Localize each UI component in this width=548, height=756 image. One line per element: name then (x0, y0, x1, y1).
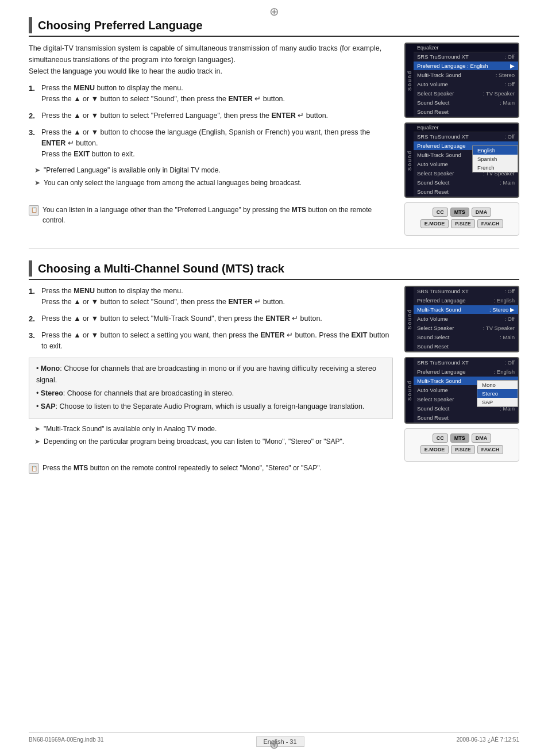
crosshair-top-icon: ⊕ (269, 5, 279, 18)
menu3-item-preferred: Preferred Language : English (414, 296, 518, 305)
accent-bar2 (29, 260, 32, 277)
menu3-item-soundsel: Sound Select : Main (414, 333, 518, 342)
menu3-srs-label: SRS TruSurround XT (417, 288, 469, 294)
section2-text-col: 1. Press the MENU button to display the … (29, 286, 393, 477)
section2-ui-col: Sound SRS TruSurround XT : Off Preferred… (404, 286, 519, 477)
section-divider (29, 248, 519, 249)
remote1: CC MTS DMA E.MODE P.SIZE FAV.CH (404, 202, 519, 236)
section2-step2: 2. Press the ▲ or ▼ button to select "Mu… (29, 313, 393, 325)
remote1-dma-btn: DMA (472, 208, 492, 217)
menu1-item-srs: SRS TruSurround XT : Off (414, 52, 518, 62)
sound-label2: Sound (406, 124, 414, 197)
section1-step2: 2. Press the ▲ or ▼ button to select "Pr… (29, 110, 393, 122)
dropdown-spanish: Spanish (473, 155, 518, 163)
dropdown-mono: Mono (477, 381, 518, 389)
step1-num: 1. (29, 83, 38, 105)
arrow1-text: "Preferred Language" is available only i… (44, 165, 221, 175)
section1-arrow2: ➤ You can only select the language from … (34, 178, 393, 188)
s2-step1-num: 1. (29, 286, 38, 308)
menu2-item-srs: SRS TruSurround XT : Off (414, 132, 518, 141)
section2-arrow1: ➤ "Multi-Track Sound" is available only … (34, 424, 393, 434)
step3-text: Press the ▲ or ▼ button to choose the la… (41, 127, 393, 159)
menu4-soundsel-label: Sound Select (417, 405, 450, 412)
page-number-badge: English - 31 (256, 736, 304, 747)
menu3-item-srs: SRS TruSurround XT : Off (414, 287, 518, 296)
section2-step1: 1. Press the MENU button to display the … (29, 286, 393, 308)
menu3-autovol-value: : Off (504, 316, 515, 322)
page-container: ⊕ Choosing Preferred Language The digita… (0, 0, 548, 756)
menu1-soundsel-value: : Main (500, 99, 515, 106)
section1-arrow1: ➤ "Preferred Language" is available only… (34, 165, 393, 175)
menu1-multitrack-label: Multi-Track Sound (417, 72, 461, 78)
menu1-item-soundsel: Sound Select : Main (414, 98, 518, 108)
section1-heading: Choosing Preferred Language (29, 17, 519, 37)
section2-arrow2: ➤ Depending on the particular program be… (34, 436, 393, 447)
menu1-srs-label: SRS TruSurround XT (417, 53, 469, 60)
remote1-cc-btn: CC (433, 208, 448, 217)
section1-text-col: The digital-TV transmission system is ca… (29, 43, 393, 240)
footer-left: BN68-01669A-00Eng.indb 31 (29, 736, 104, 747)
menu1-srs-value: : Off (504, 53, 515, 60)
menu3-item-autovol: Auto Volume : Off (414, 314, 518, 324)
sound-label1: Sound (406, 44, 414, 117)
menu1-item-autovol: Auto Volume : Off (414, 80, 518, 89)
section1-step3: 3. Press the ▲ or ▼ button to choose the… (29, 127, 393, 159)
menu2-header1: Equalizer (414, 124, 518, 132)
s2-arrow2-text: Depending on the particular program bein… (44, 436, 344, 447)
note1-text: You can listen in a language other than … (43, 205, 393, 225)
section1-intro: The digital-TV transmission system is ca… (29, 43, 393, 77)
menu4-multitrack-label: Multi-Track Sound (417, 378, 461, 384)
menu1-item-soundreset: Sound Reset (414, 108, 518, 117)
dropdown-stereo: Stereo (477, 389, 518, 398)
menu2-preferred-label: Preferred Language (417, 143, 466, 149)
menu2-soundreset-label: Sound Reset (417, 189, 449, 195)
section1-ui-col: Sound Equalizer SRS TruSurround XT : Off… (404, 43, 519, 240)
s2-step3-num: 3. (29, 330, 38, 352)
menu1-speaker-label: Select Speaker (417, 90, 454, 97)
menu1-item-speaker: Select Speaker : TV Speaker (414, 89, 518, 98)
menu1-soundsel-label: Sound Select (417, 99, 450, 106)
menu4-preferred-label: Preferred Language (417, 369, 466, 375)
remote2-row1: CC MTS DMA (410, 433, 514, 443)
menu1-soundreset-label: Sound Reset (417, 109, 449, 115)
section2-title: Choosing a Multi-Channel Sound (MTS) tra… (38, 262, 284, 275)
menu3-soundsel-value: : Main (500, 334, 515, 340)
menu3-item-multitrack: Multi-Track Sound : Stereo ▶ (414, 305, 518, 314)
note-icon2: 📋 (29, 463, 39, 474)
section1-title: Choosing Preferred Language (38, 19, 203, 32)
menu3-multitrack-label: Multi-Track Sound (417, 306, 461, 313)
menu4-item-soundreset: Sound Reset (414, 413, 518, 423)
footer-right: 2008-06-13 ¿ÀÈ 7:12:51 (456, 736, 519, 747)
menu2-srs-label: SRS TruSurround XT (417, 133, 469, 140)
remote2: CC MTS DMA E.MODE P.SIZE FAV.CH (404, 428, 519, 462)
section-preferred-language: Choosing Preferred Language The digital-… (29, 17, 519, 240)
menu4-srs-value: : Off (504, 359, 515, 366)
menu3-srs-value: : Off (504, 288, 515, 294)
tv-menu4: Sound SRS TruSurround XT : Off Preferred… (404, 357, 519, 424)
menu3-speaker-label: Select Speaker (417, 325, 454, 331)
menu3-multitrack-value: : Stereo ▶ (489, 306, 515, 313)
accent-bar (29, 17, 32, 33)
menu2-multitrack-label: Multi-Track Sound (417, 152, 461, 158)
bullet-box: • Mono: Choose for channels that are bro… (29, 358, 393, 419)
menu2-soundsel-label: Sound Select (417, 179, 450, 186)
menu3-preferred-value: : English (494, 297, 515, 304)
arrow2-sym: ➤ (34, 178, 40, 188)
section2-content: 1. Press the MENU button to display the … (29, 286, 519, 477)
menu1-item-preferred: Preferred Language : English ▶ (414, 62, 518, 71)
menu4-srs-label: SRS TruSurround XT (417, 359, 469, 366)
menu4-soundreset-label: Sound Reset (417, 415, 449, 421)
note-icon1: 📋 (29, 205, 39, 216)
s2-arrow1-sym: ➤ (34, 424, 40, 434)
s2-arrow2-sym: ➤ (34, 436, 40, 447)
menu4-speaker-label: Select Speaker (417, 396, 454, 402)
crosshair-bottom-icon: ⊕ (269, 738, 279, 751)
menu3-preferred-label: Preferred Language (417, 297, 466, 304)
remote1-row2: E.MODE P.SIZE FAV.CH (410, 219, 514, 228)
dropdown-french: French (473, 163, 518, 172)
bullet-mono: • Mono: Choose for channels that are bro… (36, 363, 385, 386)
dropdown-english: English (473, 146, 518, 155)
menu1-preferred-arrow: ▶ (510, 63, 515, 69)
menu3-autovol-label: Auto Volume (417, 316, 448, 322)
step1-text: Press the MENU button to display the men… (41, 83, 285, 105)
